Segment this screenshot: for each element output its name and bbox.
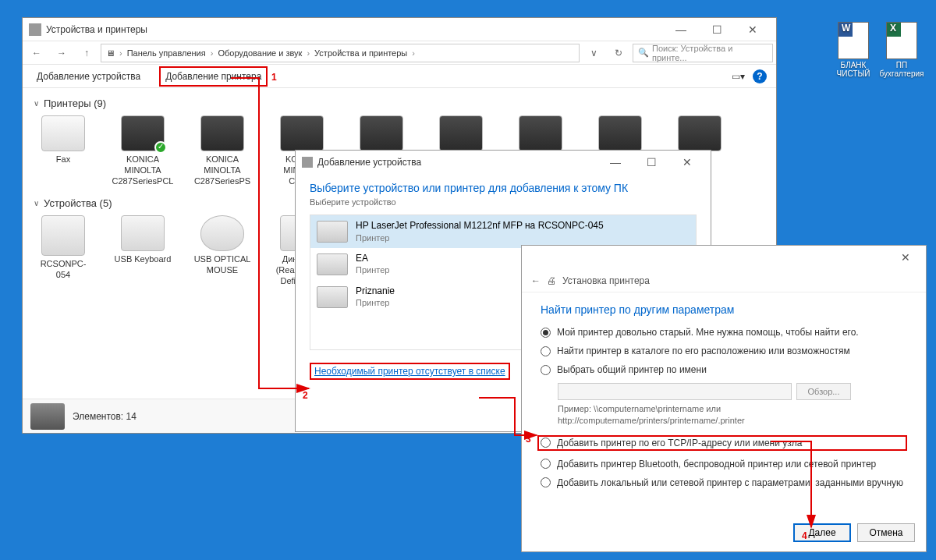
search-placeholder: Поиск: Устройства и принте... (652, 44, 768, 62)
keyboard-icon (121, 215, 165, 251)
breadcrumb-item[interactable]: Панель управления (127, 48, 206, 58)
radio-label: Найти принтер в каталоге по его располож… (557, 346, 850, 356)
printer-item[interactable]: KONICA MINOLTA C287SeriesPS (193, 115, 252, 186)
radio-local[interactable]: Добавить локальный или сетевой принтер с… (541, 477, 907, 488)
status-icon (30, 403, 65, 430)
add-printer-button[interactable]: Добавление принтера (159, 66, 268, 87)
printer-icon (317, 286, 348, 308)
refresh-button[interactable]: ↻ (608, 43, 629, 63)
pc-icon (41, 215, 85, 256)
breadcrumb-item[interactable]: Устройства и принтеры (314, 48, 407, 58)
radio-shared[interactable]: Выбрать общий принтер по имени (541, 364, 907, 375)
back-button[interactable]: ← (26, 43, 48, 63)
printer-icon (360, 115, 403, 151)
group-label: Устройства (5) (44, 197, 112, 209)
maximize-button[interactable]: ☐ (700, 19, 734, 41)
radio-icon (541, 365, 551, 375)
dialog-breadcrumb: ← 🖨 Установка принтера (522, 269, 926, 292)
radio-icon (541, 328, 551, 338)
add-device-button[interactable]: Добавление устройства (32, 68, 145, 85)
printer-item[interactable]: Fax (34, 115, 93, 186)
printer-icon (317, 221, 348, 243)
browse-button: Обзор... (796, 383, 851, 400)
window-icon (29, 23, 41, 36)
group-header-printers[interactable]: ∨ Принтеры (9) (34, 97, 765, 109)
item-label: RCSONPC-054 (34, 259, 93, 281)
back-button[interactable]: ← (531, 275, 541, 286)
radio-icon (541, 477, 551, 487)
radio-label: Выбрать общий принтер по имени (557, 364, 707, 375)
item-label: KONICA MINOLTA C287SeriesPCL (112, 154, 174, 186)
radio-old-printer[interactable]: Мой принтер довольно старый. Мне нужна п… (541, 327, 907, 338)
history-button[interactable]: ∨ (583, 43, 604, 63)
maximize-button[interactable]: ☐ (634, 151, 668, 173)
printer-icon (519, 115, 562, 151)
annotation-2: 2 (303, 390, 308, 401)
radio-bluetooth[interactable]: Добавить принтер Bluetooth, беспроводной… (541, 459, 907, 470)
close-button[interactable]: ✕ (670, 151, 704, 173)
radio-icon (541, 346, 551, 356)
up-button[interactable]: ↑ (76, 43, 98, 63)
breadcrumb-icon: 🖥 (106, 48, 115, 58)
close-button[interactable]: ✕ (890, 251, 921, 264)
item-type: Принтер (356, 297, 395, 308)
dialog-heading: Выберите устройство или принтер для доба… (310, 182, 697, 194)
item-type: Принтер (356, 232, 604, 243)
list-item[interactable]: HP LaserJet Professional M1212nf MFP на … (310, 215, 696, 248)
address-bar: ← → ↑ 🖥› Панель управления› Оборудование… (23, 41, 776, 65)
check-icon (154, 141, 167, 154)
example-text: Пример: \\computername\printername или h… (558, 403, 907, 427)
dialog-title: Добавление устройства (317, 157, 421, 168)
help-icon[interactable]: ? (753, 69, 767, 83)
minimize-button[interactable]: — (664, 19, 698, 41)
annotation-3: 3 (526, 434, 531, 445)
icon-label: ПП бухгалтерия (880, 61, 924, 78)
icon-label: БЛАНК ЧИСТЫЙ (831, 61, 875, 78)
item-label: KONICA MINOLTA C287SeriesPS (193, 154, 252, 186)
desktop-icon-word[interactable]: БЛАНК ЧИСТЫЙ (831, 22, 875, 78)
printer-not-listed-link[interactable]: Необходимый принтер отсутствует в списке (310, 363, 510, 380)
breadcrumb-item[interactable]: Оборудование и звук (218, 48, 302, 58)
titlebar: Устройства и принтеры — ☐ ✕ (23, 18, 776, 41)
item-label: USB Keyboard (115, 254, 172, 265)
device-item[interactable]: RCSONPC-054 (34, 215, 93, 286)
radio-icon (541, 459, 551, 469)
printer-icon (280, 115, 324, 151)
desktop-icon-excel[interactable]: ПП бухгалтерия (880, 22, 924, 78)
search-input[interactable]: 🔍 Поиск: Устройства и принте... (633, 44, 773, 62)
file-icon (838, 22, 869, 59)
radio-icon (541, 438, 551, 448)
breadcrumb[interactable]: 🖥› Панель управления› Оборудование и зву… (101, 44, 580, 62)
minimize-button[interactable]: — (598, 151, 633, 173)
view-button[interactable]: ▭▾ (732, 71, 745, 82)
radio-catalog[interactable]: Найти принтер в каталоге по его располож… (541, 346, 907, 356)
fax-icon (41, 115, 85, 151)
printer-icon (121, 115, 165, 151)
install-printer-dialog: ✕ ← 🖨 Установка принтера Найти принтер п… (521, 245, 927, 552)
dialog-icon (302, 157, 313, 168)
printer-icon (317, 253, 348, 275)
radio-label: Добавить принтер Bluetooth, беспроводной… (557, 459, 876, 470)
radio-label: Добавить локальный или сетевой принтер с… (557, 477, 903, 488)
forward-button[interactable]: → (51, 43, 73, 63)
search-icon: 🔍 (638, 48, 649, 58)
item-label: Fax (56, 154, 70, 165)
status-text: Элементов: 14 (73, 411, 136, 422)
printer-icon (439, 115, 483, 151)
cancel-button[interactable]: Отмена (857, 523, 915, 542)
annotation-4: 4 (802, 530, 807, 541)
device-item[interactable]: USB Keyboard (113, 215, 172, 286)
printer-item[interactable]: KONICA MINOLTA C287SeriesPCL (113, 115, 172, 186)
dialog-subheading: Выберите устройство (310, 197, 697, 207)
close-button[interactable]: ✕ (736, 19, 770, 41)
dialog-titlebar: Добавление устройства —☐✕ (296, 151, 711, 174)
radio-label: Добавить принтер по его TCP/IP-адресу ил… (557, 438, 802, 448)
shared-name-input (558, 383, 792, 400)
radio-tcpip[interactable]: Добавить принтер по его TCP/IP-адресу ил… (537, 435, 907, 451)
item-label: USB OPTICAL MOUSE (193, 254, 252, 276)
printer-icon (200, 115, 244, 151)
printer-icon: 🖨 (547, 275, 556, 286)
chevron-down-icon: ∨ (34, 99, 39, 108)
item-name: HP LaserJet Professional M1212nf MFP на … (356, 220, 604, 232)
device-item[interactable]: USB OPTICAL MOUSE (193, 215, 252, 286)
